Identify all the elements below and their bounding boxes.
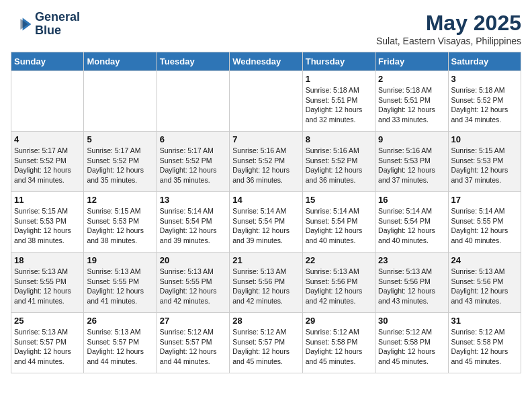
logo: General Blue	[11, 11, 80, 38]
calendar-week-1: 1Sunrise: 5:18 AM Sunset: 5:51 PM Daylig…	[11, 71, 521, 132]
weekday-header-friday: Friday	[375, 52, 448, 71]
calendar-cell: 20Sunrise: 5:13 AM Sunset: 5:55 PM Dayli…	[157, 253, 229, 313]
day-number: 12	[87, 195, 153, 205]
day-info: Sunrise: 5:14 AM Sunset: 5:54 PM Dayligh…	[232, 206, 299, 246]
day-info: Sunrise: 5:12 AM Sunset: 5:57 PM Dayligh…	[232, 327, 299, 367]
day-info: Sunrise: 5:13 AM Sunset: 5:56 PM Dayligh…	[306, 267, 372, 306]
calendar-cell: 29Sunrise: 5:12 AM Sunset: 5:58 PM Dayli…	[302, 313, 375, 373]
weekday-header-sunday: Sunday	[11, 52, 84, 71]
calendar-title: May 2025	[376, 11, 521, 36]
calendar-cell: 17Sunrise: 5:14 AM Sunset: 5:55 PM Dayli…	[448, 192, 521, 253]
calendar-cell: 23Sunrise: 5:13 AM Sunset: 5:56 PM Dayli…	[375, 253, 448, 313]
day-number: 18	[14, 255, 81, 265]
calendar-cell: 30Sunrise: 5:12 AM Sunset: 5:58 PM Dayli…	[375, 313, 448, 373]
calendar-cell: 10Sunrise: 5:15 AM Sunset: 5:53 PM Dayli…	[448, 132, 521, 192]
day-number: 19	[87, 255, 153, 265]
calendar-cell: 15Sunrise: 5:14 AM Sunset: 5:54 PM Dayli…	[302, 192, 375, 253]
calendar-cell	[11, 71, 84, 132]
day-number: 2	[378, 74, 445, 84]
day-number: 6	[160, 134, 226, 144]
day-info: Sunrise: 5:16 AM Sunset: 5:52 PM Dayligh…	[306, 146, 372, 185]
weekday-header-monday: Monday	[84, 52, 157, 71]
calendar-cell: 2Sunrise: 5:18 AM Sunset: 5:51 PM Daylig…	[375, 71, 448, 132]
calendar-cell: 25Sunrise: 5:13 AM Sunset: 5:57 PM Dayli…	[11, 313, 84, 373]
calendar-cell: 12Sunrise: 5:15 AM Sunset: 5:53 PM Dayli…	[84, 192, 157, 253]
calendar-week-4: 18Sunrise: 5:13 AM Sunset: 5:55 PM Dayli…	[11, 253, 521, 313]
day-number: 14	[232, 195, 299, 205]
calendar-week-3: 11Sunrise: 5:15 AM Sunset: 5:53 PM Dayli…	[11, 192, 521, 253]
title-block: May 2025 Sulat, Eastern Visayas, Philipp…	[376, 11, 521, 46]
day-number: 11	[14, 195, 81, 205]
calendar-cell: 3Sunrise: 5:18 AM Sunset: 5:52 PM Daylig…	[448, 71, 521, 132]
day-number: 17	[451, 195, 518, 205]
calendar-cell: 21Sunrise: 5:13 AM Sunset: 5:56 PM Dayli…	[230, 253, 302, 313]
day-info: Sunrise: 5:13 AM Sunset: 5:55 PM Dayligh…	[14, 267, 81, 306]
day-number: 8	[306, 134, 372, 144]
logo-text: General Blue	[35, 11, 80, 38]
calendar-cell: 26Sunrise: 5:13 AM Sunset: 5:57 PM Dayli…	[84, 313, 157, 373]
day-number: 21	[232, 255, 299, 265]
calendar-cell: 7Sunrise: 5:16 AM Sunset: 5:52 PM Daylig…	[230, 132, 302, 192]
day-info: Sunrise: 5:18 AM Sunset: 5:52 PM Dayligh…	[451, 85, 518, 125]
calendar-cell: 18Sunrise: 5:13 AM Sunset: 5:55 PM Dayli…	[11, 253, 84, 313]
day-number: 15	[306, 195, 372, 205]
day-info: Sunrise: 5:18 AM Sunset: 5:51 PM Dayligh…	[378, 85, 445, 125]
day-number: 10	[451, 134, 518, 144]
calendar-cell: 1Sunrise: 5:18 AM Sunset: 5:51 PM Daylig…	[302, 71, 375, 132]
calendar-week-2: 4Sunrise: 5:17 AM Sunset: 5:52 PM Daylig…	[11, 132, 521, 192]
calendar-cell: 19Sunrise: 5:13 AM Sunset: 5:55 PM Dayli…	[84, 253, 157, 313]
day-info: Sunrise: 5:12 AM Sunset: 5:58 PM Dayligh…	[378, 327, 445, 367]
calendar-cell: 4Sunrise: 5:17 AM Sunset: 5:52 PM Daylig…	[11, 132, 84, 192]
calendar-cell	[230, 71, 302, 132]
day-number: 3	[451, 74, 518, 84]
calendar-cell: 27Sunrise: 5:12 AM Sunset: 5:57 PM Dayli…	[157, 313, 229, 373]
day-info: Sunrise: 5:15 AM Sunset: 5:53 PM Dayligh…	[87, 206, 153, 246]
day-info: Sunrise: 5:15 AM Sunset: 5:53 PM Dayligh…	[14, 206, 81, 246]
day-number: 27	[160, 316, 226, 326]
day-number: 29	[306, 316, 372, 326]
day-number: 30	[378, 316, 445, 326]
day-number: 28	[232, 316, 299, 326]
day-info: Sunrise: 5:12 AM Sunset: 5:58 PM Dayligh…	[451, 327, 518, 367]
day-number: 9	[378, 134, 445, 144]
calendar-body: 1Sunrise: 5:18 AM Sunset: 5:51 PM Daylig…	[11, 71, 521, 373]
weekday-header-wednesday: Wednesday	[230, 52, 302, 71]
day-number: 1	[306, 74, 372, 84]
day-info: Sunrise: 5:14 AM Sunset: 5:54 PM Dayligh…	[306, 206, 372, 246]
day-info: Sunrise: 5:14 AM Sunset: 5:55 PM Dayligh…	[451, 206, 518, 246]
day-number: 4	[14, 134, 81, 144]
day-info: Sunrise: 5:17 AM Sunset: 5:52 PM Dayligh…	[87, 146, 153, 185]
calendar-cell: 14Sunrise: 5:14 AM Sunset: 5:54 PM Dayli…	[230, 192, 302, 253]
weekday-row: SundayMondayTuesdayWednesdayThursdayFrid…	[11, 52, 521, 71]
day-info: Sunrise: 5:13 AM Sunset: 5:56 PM Dayligh…	[378, 267, 445, 306]
day-number: 25	[14, 316, 81, 326]
day-info: Sunrise: 5:14 AM Sunset: 5:54 PM Dayligh…	[160, 206, 226, 246]
day-info: Sunrise: 5:16 AM Sunset: 5:53 PM Dayligh…	[378, 146, 445, 185]
day-number: 16	[378, 195, 445, 205]
day-info: Sunrise: 5:13 AM Sunset: 5:57 PM Dayligh…	[87, 327, 153, 367]
day-info: Sunrise: 5:13 AM Sunset: 5:56 PM Dayligh…	[451, 267, 518, 306]
weekday-header-tuesday: Tuesday	[157, 52, 229, 71]
calendar-cell: 31Sunrise: 5:12 AM Sunset: 5:58 PM Dayli…	[448, 313, 521, 373]
day-number: 20	[160, 255, 226, 265]
calendar-cell: 9Sunrise: 5:16 AM Sunset: 5:53 PM Daylig…	[375, 132, 448, 192]
weekday-header-saturday: Saturday	[448, 52, 521, 71]
day-info: Sunrise: 5:16 AM Sunset: 5:52 PM Dayligh…	[232, 146, 299, 185]
calendar-cell: 28Sunrise: 5:12 AM Sunset: 5:57 PM Dayli…	[230, 313, 302, 373]
calendar-cell: 11Sunrise: 5:15 AM Sunset: 5:53 PM Dayli…	[11, 192, 84, 253]
day-info: Sunrise: 5:17 AM Sunset: 5:52 PM Dayligh…	[160, 146, 226, 185]
day-info: Sunrise: 5:13 AM Sunset: 5:55 PM Dayligh…	[160, 267, 226, 306]
calendar-cell: 22Sunrise: 5:13 AM Sunset: 5:56 PM Dayli…	[302, 253, 375, 313]
calendar-cell: 5Sunrise: 5:17 AM Sunset: 5:52 PM Daylig…	[84, 132, 157, 192]
calendar-subtitle: Sulat, Eastern Visayas, Philippines	[376, 36, 521, 46]
calendar-header: SundayMondayTuesdayWednesdayThursdayFrid…	[11, 52, 521, 71]
day-info: Sunrise: 5:13 AM Sunset: 5:55 PM Dayligh…	[87, 267, 153, 306]
calendar-cell: 6Sunrise: 5:17 AM Sunset: 5:52 PM Daylig…	[157, 132, 229, 192]
day-number: 7	[232, 134, 299, 144]
calendar-cell: 16Sunrise: 5:14 AM Sunset: 5:54 PM Dayli…	[375, 192, 448, 253]
calendar-cell: 13Sunrise: 5:14 AM Sunset: 5:54 PM Dayli…	[157, 192, 229, 253]
calendar-week-5: 25Sunrise: 5:13 AM Sunset: 5:57 PM Dayli…	[11, 313, 521, 373]
calendar-table: SundayMondayTuesdayWednesdayThursdayFrid…	[11, 52, 521, 373]
calendar-cell	[157, 71, 229, 132]
calendar-cell	[84, 71, 157, 132]
